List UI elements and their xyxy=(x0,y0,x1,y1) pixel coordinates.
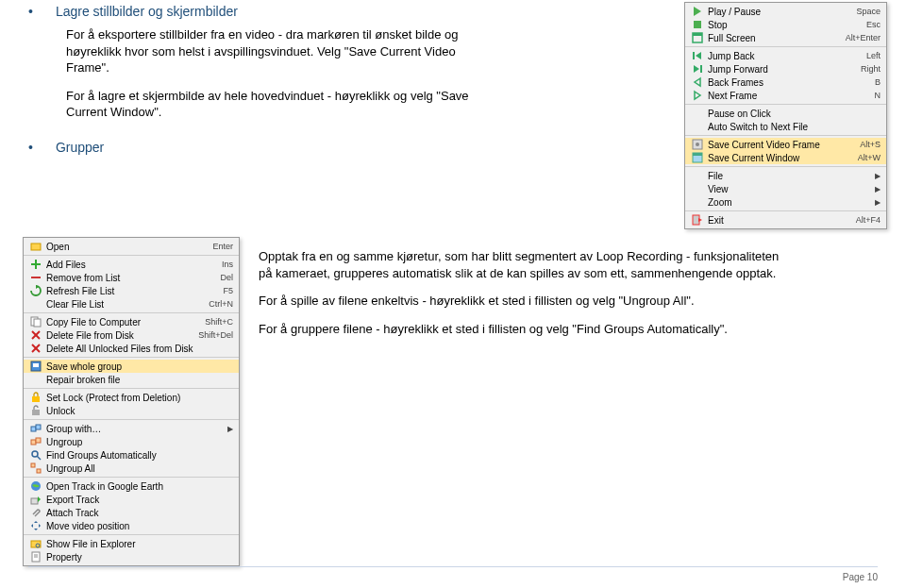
file-menu-item[interactable]: Group with…▶ xyxy=(24,422,239,435)
svg-rect-14 xyxy=(693,215,699,225)
video-menu-item[interactable]: Zoom▶ xyxy=(685,195,886,209)
menu-separator xyxy=(24,477,239,478)
menu-item-shortcut: Ins xyxy=(222,260,233,269)
menu-item-label: Add Files xyxy=(46,260,210,270)
refresh-icon xyxy=(29,285,42,296)
play-icon xyxy=(691,6,704,17)
submenu-arrow-icon: ▶ xyxy=(875,185,881,193)
file-menu-item[interactable]: Delete File from DiskShift+Del xyxy=(24,328,239,342)
file-menu-item[interactable]: Move video position xyxy=(24,519,239,532)
menu-item-label: Show File in Explorer xyxy=(46,539,233,549)
menu-item-label: Group with… xyxy=(46,424,216,434)
video-menu-item[interactable]: Save Current Video FrameAlt+S xyxy=(685,138,886,151)
menu-item-label: Find Groups Automatically xyxy=(46,450,233,461)
video-menu-item[interactable]: StopEsc xyxy=(685,18,886,31)
menu-item-label: Save Current Window xyxy=(708,153,847,163)
menu-item-label: View xyxy=(708,184,864,194)
menu-item-label: Ungroup xyxy=(46,437,233,447)
video-menu-item[interactable]: Pause on Click xyxy=(685,107,886,120)
menu-separator xyxy=(24,534,239,535)
video-menu-item[interactable]: Next FrameN xyxy=(685,89,886,102)
heading-grupper: Grupper xyxy=(28,140,675,155)
blank-icon xyxy=(691,121,704,132)
open-icon xyxy=(29,241,42,252)
video-menu-item[interactable]: File▶ xyxy=(685,169,886,182)
menu-item-label: Pause on Click xyxy=(708,109,881,119)
menu-item-shortcut: Right xyxy=(861,64,881,74)
video-menu-item[interactable]: View▶ xyxy=(685,182,886,195)
menu-item-shortcut: Del xyxy=(220,273,233,282)
file-menu-item[interactable]: Export Track xyxy=(24,493,239,506)
menu-separator xyxy=(24,388,239,389)
menu-item-label: File xyxy=(708,171,864,181)
file-menu-item[interactable]: Set Lock (Protect from Deletion) xyxy=(24,391,239,404)
paragraph-save-window: For å lagre et skjermbilde av hele hoved… xyxy=(66,88,491,121)
menu-separator xyxy=(24,255,239,256)
file-menu-item[interactable]: Refresh File ListF5 xyxy=(24,284,239,297)
video-menu-item[interactable]: Full ScreenAlt+Enter xyxy=(685,31,886,44)
delete-icon xyxy=(29,329,42,341)
svg-marker-15 xyxy=(698,218,702,222)
paragraph-grupper-3: For å gruppere filene - høyreklikk et st… xyxy=(259,321,787,338)
file-menu-item[interactable]: Open Track in Google Earth xyxy=(24,479,239,493)
file-menu-item[interactable]: Ungroup xyxy=(24,435,239,448)
savegroup-icon xyxy=(29,361,42,372)
menu-item-label: Set Lock (Protect from Deletion) xyxy=(46,393,233,403)
video-menu-item[interactable]: Play / PauseSpace xyxy=(685,5,886,18)
video-menu-item[interactable]: Save Current WindowAlt+W xyxy=(685,151,886,164)
svg-marker-41 xyxy=(38,496,41,502)
file-menu-item[interactable]: Delete All Unlocked Files from Disk xyxy=(24,342,239,355)
file-menu-item[interactable]: Attach Track xyxy=(24,506,239,519)
fullscreen-icon xyxy=(691,32,704,43)
ungroupall-icon xyxy=(29,462,42,474)
svg-rect-22 xyxy=(34,319,41,327)
menu-item-label: Play / Pause xyxy=(708,7,845,17)
menu-item-label: Next Frame xyxy=(708,91,864,101)
remove-icon xyxy=(29,272,42,283)
svg-rect-3 xyxy=(693,33,702,36)
menu-item-shortcut: Alt+F4 xyxy=(856,215,881,225)
menu-separator xyxy=(685,166,886,167)
video-menu-item[interactable]: Auto Switch to Next File xyxy=(685,120,886,133)
menu-separator xyxy=(24,357,239,358)
file-menu-item[interactable]: Unlock xyxy=(24,404,239,417)
svg-rect-4 xyxy=(693,52,695,59)
forward-icon xyxy=(691,63,704,75)
menu-item-shortcut: B xyxy=(875,77,881,87)
file-menu-item[interactable]: Ungroup All xyxy=(24,462,239,475)
svg-marker-43 xyxy=(34,529,38,530)
svg-rect-18 xyxy=(31,263,41,265)
file-menu-item[interactable]: Property xyxy=(24,550,239,563)
paragraph-export-still: For å eksportere stillbilder fra en vide… xyxy=(66,26,491,76)
svg-line-36 xyxy=(37,456,41,460)
blank-icon xyxy=(29,298,42,310)
attach-icon xyxy=(29,507,42,518)
menu-item-label: Export Track xyxy=(46,495,233,505)
video-menu-item[interactable]: Back FramesB xyxy=(685,76,886,89)
menu-item-label: Save Current Video Frame xyxy=(708,140,848,150)
file-menu-item[interactable]: Save whole group xyxy=(24,360,239,373)
file-menu-item[interactable]: Remove from ListDel xyxy=(24,271,239,284)
menu-item-label: Attach Track xyxy=(46,508,233,518)
saveframe-icon xyxy=(691,139,704,150)
video-menu-item[interactable]: Jump BackLeft xyxy=(685,49,886,62)
file-menu-item[interactable]: Show File in Explorer xyxy=(24,537,239,550)
video-menu-item[interactable]: ExitAlt+F4 xyxy=(685,213,886,227)
file-menu-item[interactable]: Clear File ListCtrl+N xyxy=(24,297,239,311)
file-menu-item[interactable]: OpenEnter xyxy=(24,240,239,253)
svg-marker-5 xyxy=(696,52,701,59)
menu-item-label: Back Frames xyxy=(708,77,864,88)
svg-point-11 xyxy=(696,143,699,146)
svg-rect-13 xyxy=(693,153,702,156)
file-menu-item[interactable]: Copy File to ComputerShift+C xyxy=(24,315,239,328)
video-menu-item[interactable]: Jump ForwardRight xyxy=(685,62,886,76)
menu-item-shortcut: F5 xyxy=(223,286,233,295)
menu-item-shortcut: Alt+S xyxy=(860,140,881,149)
menu-item-label: Jump Back xyxy=(708,51,855,61)
file-menu-item[interactable]: Add FilesIns xyxy=(24,258,239,271)
menu-item-shortcut: Esc xyxy=(866,20,881,29)
blank-icon xyxy=(691,183,704,194)
file-menu-item[interactable]: Find Groups Automatically xyxy=(24,448,239,462)
paragraph-grupper-2: For å spille av filene enkeltvis - høyre… xyxy=(259,293,787,310)
file-menu-item[interactable]: Repair broken file xyxy=(24,373,239,386)
